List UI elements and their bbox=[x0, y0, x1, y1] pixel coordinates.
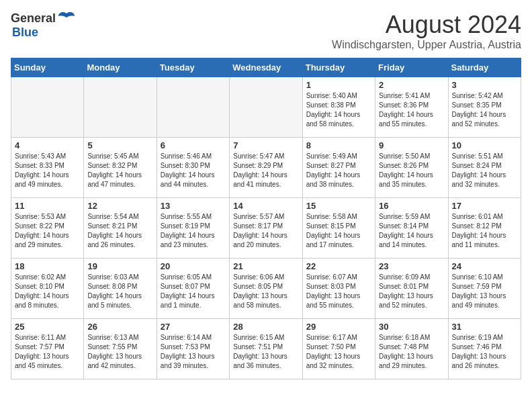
day-number: 22 bbox=[306, 261, 371, 271]
day-header-friday: Friday bbox=[375, 58, 448, 77]
day-number: 21 bbox=[233, 261, 298, 271]
day-cell: 16Sunrise: 5:59 AMSunset: 8:14 PMDayligh… bbox=[375, 198, 448, 259]
day-info: Sunrise: 5:43 AMSunset: 8:33 PMDaylight:… bbox=[15, 152, 80, 189]
day-cell: 10Sunrise: 5:51 AMSunset: 8:24 PMDayligh… bbox=[448, 138, 521, 198]
day-number: 6 bbox=[161, 140, 226, 150]
day-cell: 23Sunrise: 6:09 AMSunset: 8:01 PMDayligh… bbox=[375, 259, 448, 319]
day-info: Sunrise: 6:10 AMSunset: 7:59 PMDaylight:… bbox=[452, 273, 517, 310]
day-number: 29 bbox=[306, 322, 371, 332]
day-cell: 25Sunrise: 6:11 AMSunset: 7:57 PMDayligh… bbox=[11, 319, 84, 379]
day-cell: 18Sunrise: 6:02 AMSunset: 8:10 PMDayligh… bbox=[11, 259, 84, 319]
day-number: 17 bbox=[452, 201, 517, 211]
day-cell: 9Sunrise: 5:50 AMSunset: 8:26 PMDaylight… bbox=[375, 138, 448, 198]
day-number: 1 bbox=[306, 80, 371, 90]
day-number: 2 bbox=[379, 80, 444, 90]
day-info: Sunrise: 6:01 AMSunset: 8:12 PMDaylight:… bbox=[452, 212, 517, 250]
day-number: 9 bbox=[379, 140, 444, 150]
day-number: 7 bbox=[233, 140, 298, 150]
day-number: 20 bbox=[161, 261, 226, 271]
day-cell: 15Sunrise: 5:58 AMSunset: 8:15 PMDayligh… bbox=[302, 198, 375, 259]
day-cell: 28Sunrise: 6:15 AMSunset: 7:51 PMDayligh… bbox=[230, 319, 302, 379]
day-number: 18 bbox=[15, 261, 80, 271]
day-number: 8 bbox=[306, 140, 371, 150]
day-info: Sunrise: 5:55 AMSunset: 8:19 PMDaylight:… bbox=[161, 212, 226, 250]
location: Windischgarsten, Upper Austria, Austria bbox=[332, 39, 521, 51]
day-info: Sunrise: 5:58 AMSunset: 8:15 PMDaylight:… bbox=[306, 212, 371, 250]
day-info: Sunrise: 6:18 AMSunset: 7:48 PMDaylight:… bbox=[379, 333, 444, 371]
day-info: Sunrise: 5:47 AMSunset: 8:29 PMDaylight:… bbox=[233, 152, 298, 189]
day-info: Sunrise: 5:57 AMSunset: 8:17 PMDaylight:… bbox=[233, 212, 298, 250]
day-cell: 27Sunrise: 6:14 AMSunset: 7:53 PMDayligh… bbox=[157, 319, 229, 379]
day-number: 28 bbox=[233, 322, 298, 332]
day-number: 25 bbox=[15, 322, 80, 332]
day-cell bbox=[230, 77, 302, 138]
day-header-wednesday: Wednesday bbox=[230, 58, 302, 77]
day-cell: 8Sunrise: 5:49 AMSunset: 8:27 PMDaylight… bbox=[302, 138, 375, 198]
day-info: Sunrise: 5:51 AMSunset: 8:24 PMDaylight:… bbox=[452, 152, 517, 189]
day-cell bbox=[84, 77, 157, 138]
logo-bird-icon bbox=[57, 11, 76, 26]
day-number: 12 bbox=[87, 201, 152, 211]
day-cell: 14Sunrise: 5:57 AMSunset: 8:17 PMDayligh… bbox=[230, 198, 302, 259]
day-number: 3 bbox=[452, 80, 517, 90]
day-info: Sunrise: 5:49 AMSunset: 8:27 PMDaylight:… bbox=[306, 152, 371, 189]
day-cell: 29Sunrise: 6:17 AMSunset: 7:50 PMDayligh… bbox=[302, 319, 375, 379]
day-info: Sunrise: 6:03 AMSunset: 8:08 PMDaylight:… bbox=[87, 273, 152, 310]
day-header-monday: Monday bbox=[84, 58, 157, 77]
day-header-tuesday: Tuesday bbox=[157, 58, 229, 77]
day-info: Sunrise: 5:40 AMSunset: 8:38 PMDaylight:… bbox=[306, 91, 371, 129]
day-info: Sunrise: 5:59 AMSunset: 8:14 PMDaylight:… bbox=[379, 212, 444, 250]
day-number: 24 bbox=[452, 261, 517, 271]
day-number: 5 bbox=[87, 140, 152, 150]
day-cell: 7Sunrise: 5:47 AMSunset: 8:29 PMDaylight… bbox=[230, 138, 302, 198]
day-header-sunday: Sunday bbox=[11, 58, 84, 77]
day-cell bbox=[11, 77, 84, 138]
day-info: Sunrise: 5:42 AMSunset: 8:35 PMDaylight:… bbox=[452, 91, 517, 129]
day-number: 30 bbox=[379, 322, 444, 332]
day-info: Sunrise: 6:05 AMSunset: 8:07 PMDaylight:… bbox=[161, 273, 226, 310]
week-row-5: 25Sunrise: 6:11 AMSunset: 7:57 PMDayligh… bbox=[11, 319, 521, 379]
day-header-saturday: Saturday bbox=[448, 58, 521, 77]
day-info: Sunrise: 6:02 AMSunset: 8:10 PMDaylight:… bbox=[15, 273, 80, 310]
day-number: 11 bbox=[15, 201, 80, 211]
week-row-4: 18Sunrise: 6:02 AMSunset: 8:10 PMDayligh… bbox=[11, 259, 521, 319]
day-number: 13 bbox=[161, 201, 226, 211]
day-info: Sunrise: 5:45 AMSunset: 8:32 PMDaylight:… bbox=[87, 152, 152, 189]
calendar-table: SundayMondayTuesdayWednesdayThursdayFrid… bbox=[11, 58, 521, 379]
day-info: Sunrise: 6:19 AMSunset: 7:46 PMDaylight:… bbox=[452, 333, 517, 371]
day-number: 31 bbox=[452, 322, 517, 332]
day-cell: 30Sunrise: 6:18 AMSunset: 7:48 PMDayligh… bbox=[375, 319, 448, 379]
day-info: Sunrise: 5:41 AMSunset: 8:36 PMDaylight:… bbox=[379, 91, 444, 129]
day-number: 27 bbox=[161, 322, 226, 332]
day-cell: 24Sunrise: 6:10 AMSunset: 7:59 PMDayligh… bbox=[448, 259, 521, 319]
day-number: 15 bbox=[306, 201, 371, 211]
day-info: Sunrise: 5:46 AMSunset: 8:30 PMDaylight:… bbox=[161, 152, 226, 189]
day-cell: 21Sunrise: 6:06 AMSunset: 8:05 PMDayligh… bbox=[230, 259, 302, 319]
day-info: Sunrise: 6:13 AMSunset: 7:55 PMDaylight:… bbox=[87, 333, 152, 371]
day-number: 4 bbox=[15, 140, 80, 150]
day-number: 14 bbox=[233, 201, 298, 211]
day-info: Sunrise: 6:07 AMSunset: 8:03 PMDaylight:… bbox=[306, 273, 371, 310]
week-row-3: 11Sunrise: 5:53 AMSunset: 8:22 PMDayligh… bbox=[11, 198, 521, 259]
day-cell: 5Sunrise: 5:45 AMSunset: 8:32 PMDaylight… bbox=[84, 138, 157, 198]
day-info: Sunrise: 6:09 AMSunset: 8:01 PMDaylight:… bbox=[379, 273, 444, 310]
day-cell: 4Sunrise: 5:43 AMSunset: 8:33 PMDaylight… bbox=[11, 138, 84, 198]
day-cell: 3Sunrise: 5:42 AMSunset: 8:35 PMDaylight… bbox=[448, 77, 521, 138]
month-title: August 2024 bbox=[332, 11, 521, 39]
day-number: 23 bbox=[379, 261, 444, 271]
day-info: Sunrise: 6:15 AMSunset: 7:51 PMDaylight:… bbox=[233, 333, 298, 371]
day-header-thursday: Thursday bbox=[302, 58, 375, 77]
day-cell: 22Sunrise: 6:07 AMSunset: 8:03 PMDayligh… bbox=[302, 259, 375, 319]
day-info: Sunrise: 6:06 AMSunset: 8:05 PMDaylight:… bbox=[233, 273, 298, 310]
day-cell: 31Sunrise: 6:19 AMSunset: 7:46 PMDayligh… bbox=[448, 319, 521, 379]
day-info: Sunrise: 5:50 AMSunset: 8:26 PMDaylight:… bbox=[379, 152, 444, 189]
logo: General Blue bbox=[11, 11, 76, 40]
day-cell: 6Sunrise: 5:46 AMSunset: 8:30 PMDaylight… bbox=[157, 138, 229, 198]
day-info: Sunrise: 6:11 AMSunset: 7:57 PMDaylight:… bbox=[15, 333, 80, 371]
day-cell: 2Sunrise: 5:41 AMSunset: 8:36 PMDaylight… bbox=[375, 77, 448, 138]
day-info: Sunrise: 5:54 AMSunset: 8:21 PMDaylight:… bbox=[87, 212, 152, 250]
logo-general-text: General bbox=[11, 11, 56, 26]
day-info: Sunrise: 6:17 AMSunset: 7:50 PMDaylight:… bbox=[306, 333, 371, 371]
day-cell: 26Sunrise: 6:13 AMSunset: 7:55 PMDayligh… bbox=[84, 319, 157, 379]
day-cell: 19Sunrise: 6:03 AMSunset: 8:08 PMDayligh… bbox=[84, 259, 157, 319]
